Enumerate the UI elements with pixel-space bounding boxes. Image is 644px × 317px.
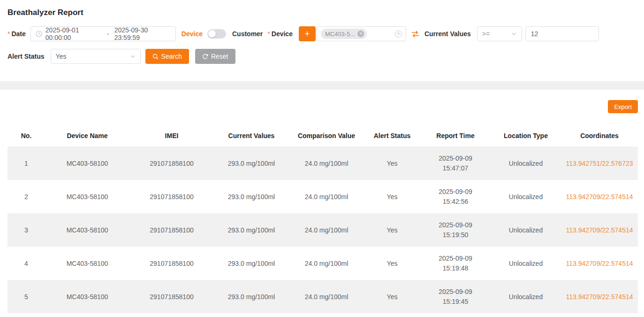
device-tag: MC403-5... × [321,29,367,39]
filter-row-2: Alert Status Yes Search Reset [8,49,636,64]
cell-no: 2 [8,180,45,213]
cell-report-time: 2025-09-09 15:19:48 [420,247,491,280]
device-label: *Device [267,30,293,38]
search-button-label: Search [161,53,182,60]
table-header-row: No. Device Name IMEI Current Values Comp… [8,125,638,147]
col-header-imei: IMEI [129,125,214,147]
section-divider [0,81,644,90]
coordinates-link[interactable]: 113.942709/22.574514 [566,226,633,234]
operator-value: >= [482,30,490,38]
reset-icon [202,54,208,60]
cell-report-time: 2025-09-09 15:19:45 [420,280,491,313]
report-date: 2025-09-09 [420,287,491,297]
export-button[interactable]: Export [608,100,638,113]
search-icon [152,54,159,60]
add-device-button[interactable]: + [299,26,316,41]
col-header-no: No. [8,125,45,147]
coordinates-link[interactable]: 113.942751/22.576723 [566,160,633,167]
chevron-down-icon [130,54,136,59]
cell-no: 1 [8,147,45,180]
date-end-value[interactable]: 2025-09-30 23:59:59 [114,26,171,41]
col-header-report-time: Report Time [420,125,491,147]
col-header-location-type: Location Type [491,125,561,147]
required-asterisk: * [8,30,10,38]
device-select[interactable]: MC403-5... × ✕ [317,26,406,41]
reset-button-label: Reset [211,53,228,60]
device-customer-toggle[interactable] [207,29,226,39]
cell-imei: 291071858100 [129,213,214,247]
cell-device-name: MC403-58100 [45,247,129,280]
cell-device-name: MC403-58100 [45,280,129,313]
cell-imei: 291071858100 [129,147,214,180]
cell-coordinates: 113.942709/22.574514 [561,247,638,280]
cell-location-type: Unlocalized [491,180,561,213]
table-row: 3 MC403-58100 291071858100 293.0 mg/100m… [8,213,638,247]
report-table: No. Device Name IMEI Current Values Comp… [8,125,638,313]
toggle-customer-label: Customer [232,30,263,38]
table-row: 5 MC403-58100 291071858100 293.0 mg/100m… [8,280,638,313]
cell-comparison-value: 24.0 mg/100ml [289,280,364,313]
date-label: *Date [8,30,26,38]
cell-comparison-value: 24.0 mg/100ml [289,180,364,213]
swap-icon[interactable] [411,30,419,38]
toggle-knob [208,30,216,38]
device-tag-label: MC403-5... [325,31,355,38]
col-header-current-values: Current Values [214,125,289,147]
date-range-input[interactable]: 2025-09-01 00:00:00 - 2025-09-30 23:59:5… [30,26,176,41]
cell-imei: 291071858100 [129,180,214,213]
report-date: 2025-09-09 [420,187,491,197]
cell-current-values: 293.0 mg/100ml [214,180,289,213]
alert-status-select[interactable]: Yes [51,49,141,64]
page-title: Breathalyzer Report [0,0,644,17]
report-time: 15:19:48 [420,263,491,273]
cell-alert-status: Yes [364,147,420,180]
cell-imei: 291071858100 [129,280,214,313]
cell-coordinates: 113.942751/22.576723 [561,147,638,180]
cell-coordinates: 113.942709/22.574514 [561,180,638,213]
cell-report-time: 2025-09-09 15:47:07 [420,147,491,180]
cell-comparison-value: 24.0 mg/100ml [289,213,364,247]
cell-alert-status: Yes [364,280,420,313]
cell-no: 5 [8,280,45,313]
cell-no: 3 [8,213,45,247]
report-date: 2025-09-09 [420,254,491,263]
report-date: 2025-09-09 [420,154,491,163]
cell-location-type: Unlocalized [491,280,561,313]
col-header-comparison-value: Comparison Value [289,125,364,147]
operator-select[interactable]: >= [477,26,522,41]
reset-button[interactable]: Reset [195,49,235,64]
clear-select-icon[interactable]: ✕ [395,31,402,38]
cell-comparison-value: 24.0 mg/100ml [289,147,364,180]
col-header-device-name: Device Name [45,125,129,147]
cell-location-type: Unlocalized [491,213,561,247]
date-start-value[interactable]: 2025-09-01 00:00:00 [45,26,102,41]
coordinates-link[interactable]: 113.942709/22.574514 [566,193,633,201]
filter-row-1: *Date 2025-09-01 00:00:00 - 2025-09-30 2… [8,26,636,41]
threshold-input[interactable] [525,26,599,41]
report-time: 15:42:56 [420,197,491,207]
cell-location-type: Unlocalized [491,247,561,280]
cell-alert-status: Yes [364,247,420,280]
cell-alert-status: Yes [364,180,420,213]
coordinates-link[interactable]: 113.942709/22.574514 [566,293,633,301]
cell-coordinates: 113.942709/22.574514 [561,213,638,247]
cell-location-type: Unlocalized [491,147,561,180]
search-button[interactable]: Search [145,49,189,64]
cell-current-values: 293.0 mg/100ml [214,213,289,247]
cell-comparison-value: 24.0 mg/100ml [289,247,364,280]
coordinates-link[interactable]: 113.942709/22.574514 [566,260,633,267]
cell-current-values: 293.0 mg/100ml [214,280,289,313]
clock-icon [36,31,42,37]
cell-current-values: 293.0 mg/100ml [214,147,289,180]
filter-panel: *Date 2025-09-01 00:00:00 - 2025-09-30 2… [0,26,644,64]
chevron-down-icon [511,31,517,37]
col-header-coordinates: Coordinates [561,125,638,147]
date-separator: - [107,30,109,38]
required-asterisk: * [267,30,270,38]
alert-status-label: Alert Status [8,53,45,60]
cell-device-name: MC403-58100 [45,147,129,180]
tag-close-icon[interactable]: × [357,31,364,37]
cell-device-name: MC403-58100 [45,213,129,247]
table-row: 1 MC403-58100 291071858100 293.0 mg/100m… [8,147,638,180]
report-time: 15:47:07 [420,163,491,173]
